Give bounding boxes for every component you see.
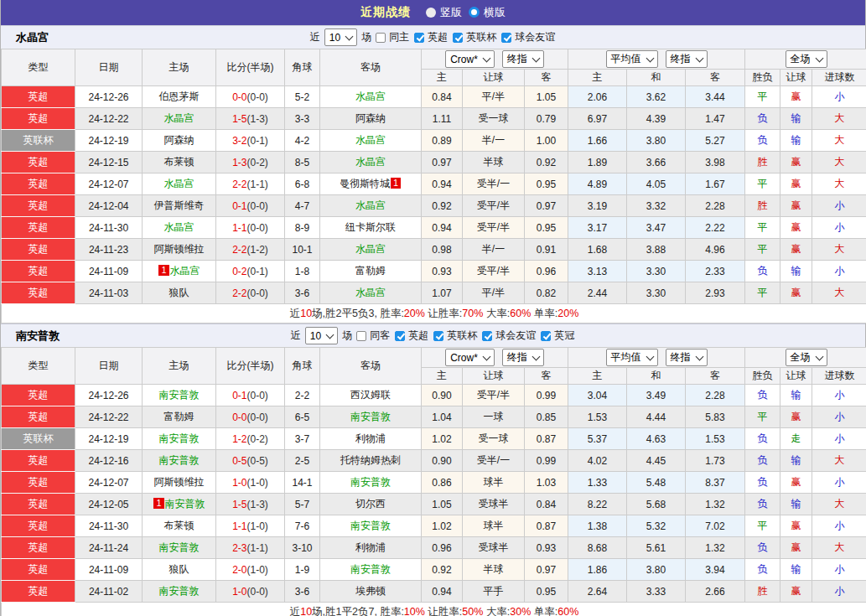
cell-odds-home: 1.11	[422, 108, 463, 130]
avg-odds-select[interactable]: 平均值	[606, 50, 658, 68]
cell-date: 24-11-02	[75, 581, 143, 603]
layout-radio-selected-icon[interactable]	[469, 7, 480, 18]
avg-time-select[interactable]: 终指	[666, 50, 708, 68]
subcol-header-odds-away: 客	[525, 368, 568, 385]
same-side-checkbox[interactable]	[376, 33, 386, 43]
cell-date: 24-11-23	[75, 239, 143, 261]
cell-avg-home: 1.89	[568, 152, 627, 173]
subcol-header-avg-home: 主	[568, 70, 627, 86]
cell-handicap: 受平/半	[463, 385, 525, 406]
league-checkbox-label-2[interactable]: 球会友谊	[495, 329, 536, 343]
same-side-checkbox[interactable]	[356, 331, 366, 341]
home-team-name: 水晶宫	[170, 265, 200, 277]
away-team-name: 水晶宫	[355, 134, 386, 146]
cell-odds-away: 0.87	[525, 428, 568, 450]
cell-result: 平	[745, 86, 780, 108]
league-checkbox-0[interactable]	[395, 331, 405, 341]
cell-home-team: 狼队	[143, 559, 216, 581]
league-checkbox-2[interactable]	[482, 331, 492, 341]
cell-handicap-result: 赢	[780, 282, 812, 304]
chevron-down-icon	[815, 54, 823, 62]
scope-select[interactable]: 全场	[786, 50, 827, 68]
layout-radio-option-1[interactable]: 横版	[469, 5, 506, 20]
cell-handicap-result: 输	[780, 130, 812, 152]
cell-result: 负	[745, 559, 780, 581]
odds-time-select[interactable]: 终指	[502, 50, 544, 68]
match-filter: 近10场同主英超英联杯球会友谊	[309, 28, 557, 46]
league-checkbox-1[interactable]	[433, 331, 443, 341]
scope-select[interactable]: 全场	[786, 349, 827, 366]
fulltime-score: 2-2	[232, 287, 246, 299]
home-team-name: 伊普斯维奇	[154, 199, 205, 211]
cell-home-team: 1南安普敦	[143, 494, 216, 515]
league-checkbox-label-0[interactable]: 英超	[408, 329, 428, 343]
home-team-name: 水晶宫	[164, 178, 194, 189]
cell-odds-away: 0.95	[525, 173, 568, 195]
cell-score: 1-1(0-0)	[216, 217, 285, 239]
section-header-1: 南安普敦近10场同客英超英联杯球会友谊英冠	[1, 324, 865, 347]
avg-time-select-value: 终指	[671, 350, 691, 365]
fulltime-score: 2-3	[232, 542, 246, 554]
cell-odds-away: 0.97	[525, 195, 568, 217]
results-table-1: 类型日期主场比分(半场)角球客场Crow*终指平均值终指全场主让球客主和客胜负让…	[1, 347, 866, 616]
layout-radio-unselected-icon[interactable]	[426, 8, 436, 18]
layout-radio-option-0[interactable]: 竖版	[426, 5, 462, 20]
cell-result: 平	[745, 217, 780, 239]
cell-corners: 2-2	[285, 385, 320, 406]
fulltime-score: 1-2	[232, 433, 246, 445]
cell-date: 24-12-07	[75, 472, 143, 494]
cell-odds-home: 0.94	[422, 173, 463, 195]
league-checkbox-0[interactable]	[414, 33, 424, 43]
cell-avg-home: 3.19	[568, 195, 627, 217]
table-row: 英超24-12-26伯恩茅斯0-0(0-0)5-2水晶宫0.84平/半1.052…	[2, 86, 866, 108]
cell-date: 24-11-30	[75, 515, 143, 537]
away-team-name: 纽卡斯尔联	[345, 221, 396, 233]
subcol-header-odds-home: 主	[422, 70, 463, 86]
league-checkbox-label-3[interactable]: 英冠	[554, 329, 574, 343]
league-checkbox-label-0[interactable]: 英超	[428, 30, 448, 44]
same-side-label[interactable]: 同主	[389, 30, 409, 44]
cell-avg-draw: 3.62	[627, 86, 686, 108]
cell-odds-home: 0.92	[422, 559, 463, 581]
cell-odds-away: 0.99	[525, 385, 568, 406]
cell-away-team: 水晶宫	[320, 152, 422, 173]
avg-time-select[interactable]: 终指	[666, 349, 708, 366]
same-side-label[interactable]: 同客	[370, 329, 390, 343]
league-checkbox-label-2[interactable]: 球会友谊	[515, 30, 555, 44]
cell-away-team: 水晶宫	[320, 282, 422, 304]
league-checkbox-label-1[interactable]: 英联杯	[447, 329, 477, 343]
fulltime-score: 1-5	[232, 113, 246, 125]
cell-odds-away: 0.97	[525, 559, 568, 581]
league-checkbox-2[interactable]	[501, 33, 511, 43]
league-checkbox-1[interactable]	[453, 33, 463, 43]
cell-corners: 5-7	[285, 494, 320, 515]
halftime-score: (0-0)	[247, 390, 268, 401]
odds-time-select[interactable]: 终指	[502, 349, 544, 366]
cell-date: 24-12-26	[75, 86, 143, 108]
cell-score: 2-2(1-2)	[216, 239, 285, 261]
cell-away-team: 南安普敦	[320, 515, 422, 537]
cell-handicap: 半/一	[463, 239, 525, 261]
near-count-select[interactable]: 10	[324, 28, 357, 46]
league-checkbox-label-1[interactable]: 英联杯	[466, 30, 496, 44]
cell-date: 24-12-22	[75, 108, 143, 130]
fulltime-score: 0-0	[232, 412, 246, 423]
cell-avg-away: 1.67	[686, 173, 745, 195]
odds-company-select[interactable]: Crow*	[445, 349, 495, 366]
avg-odds-select[interactable]: 平均值	[606, 349, 658, 366]
near-count-select[interactable]: 10	[305, 327, 338, 344]
cell-handicap-result: 赢	[780, 195, 812, 217]
cell-odds-away: 0.87	[525, 515, 568, 537]
summary-part: 让胜率:	[425, 308, 462, 319]
cell-score: 0-1(0-0)	[216, 195, 285, 217]
subcol-header-odds-handicap: 让球	[463, 70, 525, 86]
league-checkbox-3[interactable]	[541, 331, 551, 341]
cell-date: 24-12-05	[75, 494, 143, 515]
cell-corners: 7-6	[285, 515, 320, 537]
home-team-name: 狼队	[169, 287, 189, 298]
odds-company-select[interactable]: Crow*	[445, 50, 495, 68]
cell-odds-home: 0.89	[422, 130, 463, 152]
cell-odds-home: 0.94	[422, 217, 463, 239]
title-bar: 近期战绩 竖版横版	[1, 0, 865, 25]
table-row: 英超24-11-091水晶宫0-2(0-1)1-8富勒姆0.93受平/半0.96…	[2, 261, 866, 282]
